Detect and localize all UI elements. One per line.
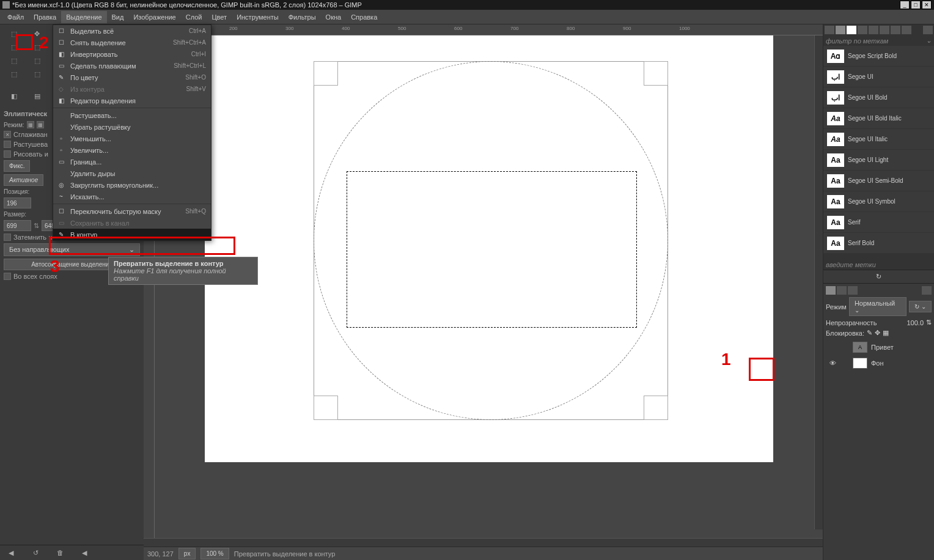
menu-правка[interactable]: Правка — [29, 11, 61, 23]
opacity-spinner-icon[interactable]: ⇅ — [926, 319, 932, 326]
font-list[interactable]: AɑSegoe Script BoldابSegoe UIابSegoe UI … — [823, 46, 934, 254]
font-item[interactable]: AaSegoe UI Light — [823, 150, 934, 171]
menu-item[interactable]: ◎Закруглить прямоугольник... — [53, 179, 211, 191]
tab-layers[interactable] — [826, 286, 836, 295]
menu-инструменты[interactable]: Инструменты — [232, 11, 284, 23]
tool-13[interactable]: ⬚ — [26, 54, 49, 67]
maximize-button[interactable]: □ — [911, 1, 921, 9]
tool-18[interactable]: ⬚ — [2, 67, 26, 81]
menu-item[interactable]: ◧ИнвертироватьCtrl+I — [53, 48, 211, 60]
tool-6[interactable]: ⬚ — [2, 40, 26, 54]
menu-item[interactable]: Убрать растушёвку — [53, 121, 211, 133]
layers-tab-menu-icon[interactable] — [922, 286, 932, 295]
font-filter-placeholder[interactable]: фильтр по меткам — [826, 37, 926, 45]
size-w-input[interactable] — [4, 220, 31, 231]
canvas-viewport[interactable] — [155, 35, 823, 538]
menu-item[interactable]: ▭Сделать плавающимShift+Ctrl+L — [53, 60, 211, 72]
close-button[interactable]: ✕ — [922, 1, 932, 9]
menu-item[interactable]: ◧Редактор выделения — [53, 95, 211, 106]
darken-checkbox[interactable] — [4, 234, 11, 241]
tool-0[interactable]: ⬚ — [2, 27, 26, 40]
lock-pixels-icon[interactable]: ✎ — [867, 329, 872, 337]
tab-gradients[interactable] — [858, 26, 867, 34]
canvas-scrollbar-h[interactable] — [144, 538, 823, 547]
feather-checkbox[interactable] — [4, 141, 11, 148]
font-item[interactable]: ابSegoe UI Bold — [823, 87, 934, 108]
tab-5[interactable] — [869, 26, 878, 34]
menu-item[interactable]: ▫Уменьшить... — [53, 133, 211, 144]
font-item[interactable]: AɑSegoe Script Bold — [823, 46, 934, 67]
layer-mode-extra[interactable]: ↻ ⌄ — [909, 301, 932, 312]
font-scrollbar-h[interactable] — [823, 254, 934, 260]
font-item[interactable]: AaSerif — [823, 212, 934, 233]
refresh-fonts-icon[interactable]: ↻ — [823, 270, 934, 283]
status-zoom[interactable]: 100 % — [200, 548, 229, 559]
tool-12[interactable]: ⬚ — [2, 54, 26, 67]
menu-item[interactable]: Растушевать... — [53, 109, 211, 121]
menu-слой[interactable]: Слой — [181, 11, 207, 23]
tool-opt-0[interactable]: ◧ — [2, 89, 26, 103]
left-bottom-icon-1[interactable]: ◀ — [5, 548, 17, 558]
left-bottom-icon-3[interactable]: 🗑 — [54, 548, 66, 558]
font-item[interactable]: AaSegoe UI Symbol — [823, 191, 934, 212]
tab-8[interactable] — [902, 26, 911, 34]
tab-paths[interactable] — [848, 286, 858, 295]
lock-alpha-icon[interactable]: ▦ — [883, 329, 889, 337]
guides-dropdown[interactable]: Без направляющих⌄ — [4, 243, 140, 256]
fixed-button[interactable]: Фикс. — [4, 160, 30, 172]
tab-patterns[interactable] — [836, 26, 845, 34]
tab-6[interactable] — [880, 26, 889, 34]
status-unit[interactable]: px — [178, 548, 196, 559]
font-item[interactable]: AaSerif Bold — [823, 233, 934, 254]
left-bottom-icon-4[interactable]: ◀ — [78, 548, 90, 558]
antialias-checkbox[interactable]: ✕ — [4, 131, 11, 138]
tab-fonts[interactable] — [847, 26, 856, 34]
left-bottom-icon-2[interactable]: ↺ — [29, 548, 42, 558]
pos-x-input[interactable] — [4, 197, 31, 208]
canvas-scrollbar-v[interactable] — [814, 35, 823, 529]
mode-add-icon[interactable]: ▦ — [37, 121, 44, 128]
tool-19[interactable]: ⬚ — [26, 67, 49, 81]
tab-menu-icon[interactable] — [923, 26, 933, 34]
active-button[interactable]: Активное — [4, 174, 43, 186]
menu-item[interactable]: ✎В контур — [53, 229, 211, 240]
menu-item[interactable]: ☐Выделить всёCtrl+A — [53, 25, 211, 37]
layer-mode-dropdown[interactable]: Нормальный ⌄ — [849, 297, 906, 316]
tab-brushes[interactable] — [825, 26, 834, 34]
menu-item[interactable]: ☐Снять выделениеShift+Ctrl+A — [53, 37, 211, 48]
layer-row[interactable]: 👁Фон — [826, 355, 932, 371]
menu-изображение[interactable]: Изображение — [128, 11, 180, 23]
menu-item[interactable]: ▭Граница... — [53, 156, 211, 168]
menu-вид[interactable]: Вид — [107, 11, 129, 23]
menu-цвет[interactable]: Цвет — [207, 11, 232, 23]
layer-row[interactable]: AПривет — [826, 339, 932, 355]
menu-item[interactable]: Удалить дыры — [53, 168, 211, 179]
menu-окна[interactable]: Окна — [321, 11, 347, 23]
menu-item[interactable]: ☐Переключить быструю маскуShift+Q — [53, 205, 211, 217]
menu-фильтры[interactable]: Фильтры — [284, 11, 321, 23]
tab-7[interactable] — [891, 26, 900, 34]
menu-item[interactable]: ✎По цветуShift+O — [53, 72, 211, 83]
canvas[interactable] — [205, 35, 773, 462]
lock-position-icon[interactable]: ✥ — [875, 329, 880, 337]
chevron-down-icon[interactable]: ⌄ — [926, 37, 932, 45]
opacity-value[interactable]: 100.0 — [906, 319, 924, 326]
font-item[interactable]: AaSegoe UI Italic — [823, 129, 934, 150]
mode-replace-icon[interactable]: ▦ — [27, 121, 34, 128]
menu-справка[interactable]: Справка — [346, 11, 382, 23]
minimize-button[interactable]: _ — [900, 1, 910, 9]
menu-item[interactable]: ▫Увеличить... — [53, 144, 211, 156]
menu-выделение[interactable]: Выделение — [61, 11, 106, 23]
font-item[interactable]: ابSegoe UI — [823, 67, 934, 87]
drawfrom-checkbox[interactable] — [4, 150, 11, 158]
all-layers-checkbox[interactable] — [4, 273, 11, 280]
layer-visibility-icon[interactable] — [828, 343, 837, 352]
font-item[interactable]: AaSegoe UI Bold Italic — [823, 108, 934, 129]
tab-channels[interactable] — [837, 286, 847, 295]
tool-opt-1[interactable]: ▤ — [26, 89, 49, 103]
menu-item[interactable]: ~Исказить... — [53, 191, 211, 202]
font-item[interactable]: AaSegoe UI Semi-Bold — [823, 171, 934, 191]
layer-visibility-icon[interactable]: 👁 — [828, 359, 837, 367]
menu-файл[interactable]: Файл — [2, 11, 29, 23]
font-input-placeholder[interactable]: введите метки — [826, 261, 932, 268]
